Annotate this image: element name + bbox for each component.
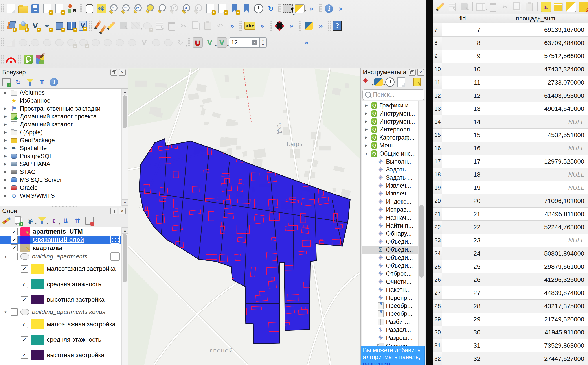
fid-cell[interactable]: 28 bbox=[442, 300, 483, 313]
osm-edit-icon[interactable] bbox=[35, 54, 45, 64]
zoom-out-icon[interactable]: − bbox=[120, 4, 131, 14]
toolbox-category-картограф-[interactable]: ▶QКартограф... bbox=[362, 134, 425, 141]
fid-cell[interactable]: 19 bbox=[442, 181, 483, 194]
zoom-next-icon[interactable]: ▸ bbox=[193, 4, 203, 14]
expander-icon[interactable]: ▶ bbox=[3, 91, 8, 95]
stepper-up-icon[interactable]: ▲ bbox=[260, 38, 266, 42]
toolbox-algorithm-отброс-[interactable]: ✳Отброс... bbox=[362, 270, 425, 278]
manage-map-themes-icon[interactable]: ◉ bbox=[26, 216, 35, 225]
offset-curve-icon[interactable] bbox=[127, 37, 137, 48]
area-sum-cell[interactable]: NULL bbox=[483, 181, 588, 194]
layer-item-малоэтажная-застройка[interactable]: ✓малоэтажная застройка bbox=[0, 261, 128, 276]
row-number-cell[interactable]: 30 bbox=[433, 326, 442, 339]
area-sum-cell[interactable]: 47432,324000 bbox=[483, 63, 588, 76]
area-sum-cell[interactable]: 57512,566000 bbox=[483, 50, 588, 63]
layer-item-связанный-слой[interactable]: ✓Связанный слой bbox=[0, 236, 128, 244]
map-canvas[interactable]: БугрыКАДЛЕСНОЙ bbox=[128, 68, 360, 365]
toolbox-search-input[interactable] bbox=[373, 91, 422, 98]
zoom-in-icon[interactable]: + bbox=[108, 4, 118, 14]
fid-cell[interactable]: 32 bbox=[442, 352, 483, 365]
expander-icon[interactable]: ▶ bbox=[3, 162, 8, 166]
row-number-cell[interactable]: 8 bbox=[433, 36, 442, 50]
area-sum-cell[interactable]: 49014,549000 bbox=[483, 102, 588, 116]
row-number-cell[interactable]: 31 bbox=[433, 339, 442, 352]
measure-icon[interactable] bbox=[6, 37, 16, 48]
filter-legend-icon[interactable] bbox=[37, 216, 47, 225]
browser-item--[interactable]: ▶Домашний каталог bbox=[0, 120, 128, 128]
toolbox-options-icon[interactable] bbox=[362, 77, 372, 87]
split-features-icon[interactable]: V bbox=[139, 37, 149, 48]
delete-part-icon[interactable] bbox=[103, 37, 113, 48]
toggle-editing-icon[interactable] bbox=[106, 21, 116, 31]
browser-filter-icon[interactable] bbox=[26, 77, 35, 87]
table-toggle-editing-icon[interactable] bbox=[435, 2, 445, 12]
toolbox-history-icon[interactable] bbox=[385, 77, 394, 87]
browser-item--[interactable]: ▶⚑Пространственные закладки bbox=[0, 105, 128, 112]
expander-icon[interactable]: ▶ bbox=[3, 186, 8, 190]
show-layout-manager-icon[interactable]: ✱ bbox=[54, 4, 64, 14]
undo-icon[interactable]: ↶ bbox=[215, 21, 225, 31]
toolbox-algorithm-индекс-[interactable]: ✳Индекс... bbox=[362, 198, 425, 206]
tooltip-link[interactable]: разрешив bbox=[363, 361, 423, 365]
area-sum-cell[interactable]: 41296,325000 bbox=[483, 274, 588, 287]
table-paste-icon[interactable] bbox=[524, 2, 534, 12]
digitize-with-segment-icon[interactable] bbox=[130, 21, 140, 31]
toolbar-grip[interactable] bbox=[319, 4, 322, 14]
delete-selected-icon[interactable] bbox=[166, 21, 177, 31]
save-layer-edits-icon[interactable] bbox=[118, 21, 128, 31]
fid-cell[interactable]: 23 bbox=[442, 234, 483, 247]
toolbox-algorithm-разбит-[interactable]: Разбит... bbox=[362, 318, 425, 326]
refresh-map-icon[interactable]: ↻ bbox=[266, 4, 276, 14]
split-parts-icon[interactable] bbox=[151, 37, 161, 48]
layers-scroll-thumb[interactable] bbox=[123, 234, 127, 282]
toolbox-algorithm-найти-п-[interactable]: ✳Найти п... bbox=[362, 222, 425, 230]
fid-cell[interactable]: 7 bbox=[442, 23, 483, 36]
expander-icon[interactable]: ▶ bbox=[3, 114, 8, 119]
save-project-icon[interactable] bbox=[30, 4, 40, 14]
area-sum-cell[interactable]: NULL bbox=[483, 115, 588, 129]
table-select-by-expression-icon[interactable]: ε bbox=[541, 2, 551, 12]
browser-item-spatialite[interactable]: ▶✒SpatiaLite bbox=[0, 144, 128, 152]
browser-float-icon[interactable] bbox=[111, 69, 117, 76]
toolbox-algorithm-объеди-[interactable]: ✳Объеди... bbox=[362, 254, 425, 261]
browser-item-oracle[interactable]: ▶Oracle bbox=[0, 184, 128, 192]
open-data-source-manager-icon[interactable]: ✱ bbox=[6, 21, 16, 31]
fid-cell[interactable]: 18 bbox=[442, 168, 483, 181]
toolbar-grip[interactable] bbox=[278, 4, 281, 14]
snapping-tolerance-spinbox[interactable]: 12✕▲▼ bbox=[229, 37, 267, 48]
area-sum-cell[interactable]: 73529,863000 bbox=[483, 339, 588, 352]
clear-value-icon[interactable]: ✕ bbox=[252, 40, 257, 45]
layer-item-средняя-этажность[interactable]: ✓средняя этажность bbox=[0, 332, 128, 347]
toolbox-algorithm-перепр-[interactable]: ✳Перепр... bbox=[362, 294, 425, 302]
filter-indicator-icon[interactable] bbox=[110, 252, 120, 261]
layer-checkbox[interactable] bbox=[11, 309, 18, 316]
temporal-controller-icon[interactable] bbox=[254, 4, 264, 14]
expander-icon[interactable]: ▶ bbox=[3, 170, 8, 174]
snapping-tolerance-value[interactable]: 12✕ bbox=[229, 37, 260, 48]
row-number-cell[interactable]: 18 bbox=[433, 168, 442, 181]
fid-cell[interactable]: 14 bbox=[442, 115, 483, 129]
expander-icon[interactable]: ▶ bbox=[364, 144, 369, 147]
toolbar-overflow-4-icon[interactable]: » bbox=[257, 21, 267, 31]
toolbar-grip[interactable] bbox=[187, 38, 191, 47]
expander-icon[interactable]: ▶ bbox=[3, 194, 8, 198]
edit-features-in-place-icon[interactable] bbox=[412, 77, 422, 87]
fid-cell[interactable]: 8 bbox=[442, 36, 483, 50]
toolbox-category-общие-инс-[interactable]: ▼QОбщие инс... bbox=[362, 149, 425, 157]
fid-cell[interactable]: 11 bbox=[442, 76, 483, 89]
toolbox-results-viewer-icon[interactable] bbox=[397, 77, 406, 87]
row-number-cell[interactable]: 12 bbox=[433, 89, 442, 102]
expander-icon[interactable]: ▼ bbox=[364, 152, 369, 155]
toolbox-algorithm-разреш-[interactable]: ✳Разреш... bbox=[362, 334, 425, 342]
row-number-cell[interactable]: 9 bbox=[433, 50, 442, 63]
toolbox-algorithm-исправ-[interactable]: ✳Исправ... bbox=[362, 206, 425, 214]
toolbox-algorithm-преобр-[interactable]: Преобр... bbox=[362, 310, 425, 318]
fid-cell[interactable]: 31 bbox=[442, 339, 483, 352]
browser-scrollbar[interactable]: ▲▼ bbox=[121, 89, 128, 206]
area-sum-cell[interactable]: 29879,661000 bbox=[483, 260, 588, 274]
fid-cell[interactable]: 25 bbox=[442, 260, 483, 274]
expander-icon[interactable]: ▶ bbox=[364, 112, 369, 116]
metasearch-icon[interactable] bbox=[6, 54, 16, 64]
layer-checkbox[interactable]: ✓ bbox=[11, 236, 18, 243]
new-shapefile-layer-icon[interactable]: V✱ bbox=[30, 21, 40, 31]
